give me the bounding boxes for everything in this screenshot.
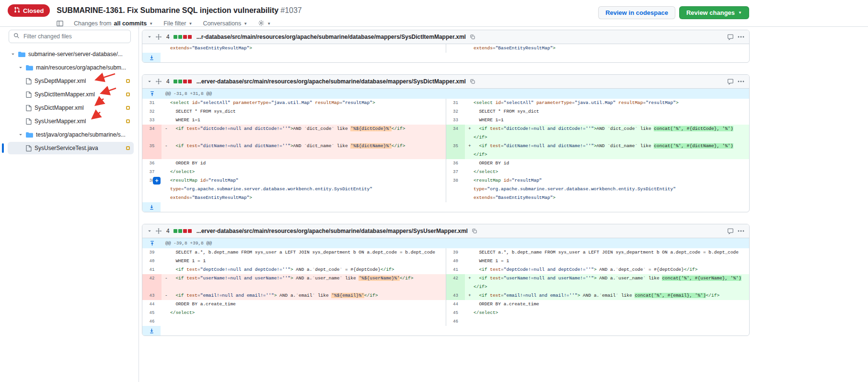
line-number[interactable]: 36 xyxy=(446,159,465,168)
code-line[interactable]: <if test="deptCode!=null and deptCode!='… xyxy=(465,266,749,274)
file-tree-toggle-icon[interactable] xyxy=(57,20,63,27)
expand-hunk-icon[interactable] xyxy=(142,89,162,99)
line-number[interactable]: 44 xyxy=(142,300,162,309)
line-number[interactable]: 38 xyxy=(446,176,465,185)
line-number[interactable]: 40 xyxy=(142,257,162,266)
code-line[interactable] xyxy=(465,317,749,326)
code-line[interactable]: <if test="deptCode!=null and deptCode!='… xyxy=(162,266,446,274)
drag-handle-icon[interactable] xyxy=(156,79,162,84)
tree-file-sysdictmapper-xml[interactable]: SysDictMapper.xml xyxy=(8,102,134,114)
line-number[interactable] xyxy=(446,44,465,53)
diff-settings-menu[interactable]: ▼ xyxy=(258,20,271,28)
expand-diff-button[interactable] xyxy=(142,202,161,212)
line-number[interactable]: 33 xyxy=(446,116,465,125)
expand-hunk-icon[interactable] xyxy=(142,238,162,248)
line-number[interactable]: 45 xyxy=(446,309,465,317)
line-number[interactable]: 37 xyxy=(446,168,465,176)
file-filter-menu[interactable]: File filter▼ xyxy=(163,20,192,27)
tree-folder-submarine-server-server-database-[interactable]: submarine-server/server-database/... xyxy=(8,48,134,60)
line-number[interactable]: 31 xyxy=(142,99,162,107)
code-line[interactable]: + <if test="email!=null and email!=''"> … xyxy=(465,291,749,300)
line-number[interactable]: 33 xyxy=(142,116,162,125)
line-number[interactable]: 43 xyxy=(446,291,465,300)
line-number[interactable]: 46 xyxy=(142,317,162,326)
line-number[interactable]: 35 xyxy=(446,142,465,159)
code-line[interactable]: SELECT * FROM sys_dict xyxy=(162,107,446,116)
line-number[interactable]: 34 xyxy=(142,125,162,142)
review-changes-button[interactable]: Review changes▼ xyxy=(679,6,749,19)
code-line[interactable]: ORDER BY id xyxy=(162,159,446,168)
comment-icon[interactable] xyxy=(727,79,734,85)
code-line[interactable]: - <if test="dictName!=null and dictName!… xyxy=(162,142,446,159)
collapse-chevron-icon[interactable] xyxy=(147,79,152,84)
code-line[interactable]: SELECT * FROM sys_dict xyxy=(465,107,749,116)
code-line[interactable]: WHERE 1 = 1 xyxy=(465,257,749,266)
code-line[interactable]: SELECT a.*, b.dept_name FROM sys_user a … xyxy=(465,248,749,257)
code-line[interactable]: extends="BaseEntityResultMap"> xyxy=(465,44,749,53)
line-number[interactable] xyxy=(446,185,465,194)
code-line[interactable]: + <if test="userName!=null and userName!… xyxy=(465,274,749,291)
tree-file-sysuserservicetest-java[interactable]: SysUserServiceTest.java xyxy=(8,142,134,154)
copy-path-icon[interactable] xyxy=(470,79,475,84)
file-path[interactable]: ...erver-database/src/main/resources/org… xyxy=(197,78,466,85)
line-number[interactable]: 46 xyxy=(446,317,465,326)
commits-select-menu[interactable]: Changes fromall commits▼ xyxy=(74,20,153,27)
code-line[interactable]: </select> xyxy=(465,168,749,176)
line-number[interactable]: 34 xyxy=(446,125,465,142)
line-number[interactable]: 32 xyxy=(142,107,162,116)
code-line[interactable]: + <if test="dictName!=null and dictName!… xyxy=(465,142,749,159)
comment-icon[interactable] xyxy=(727,34,734,40)
expand-diff-button[interactable] xyxy=(142,53,161,62)
collapse-chevron-icon[interactable] xyxy=(147,35,152,39)
line-number[interactable] xyxy=(142,194,162,202)
code-line[interactable] xyxy=(162,317,446,326)
code-line[interactable]: + <if test="dictCode!=null and dictCode!… xyxy=(465,125,749,142)
line-number[interactable]: 41 xyxy=(142,266,162,274)
code-line[interactable]: </select> xyxy=(162,309,446,317)
kebab-menu-icon[interactable] xyxy=(738,230,744,232)
line-number[interactable] xyxy=(446,194,465,202)
tree-folder-test-java-org-apache-submarine-s-[interactable]: test/java/org/apache/submarine/s... xyxy=(8,128,134,141)
line-number[interactable]: 43 xyxy=(142,291,162,300)
drag-handle-icon[interactable] xyxy=(156,228,162,234)
code-line[interactable]: </select> xyxy=(465,309,749,317)
filter-changed-files-box[interactable] xyxy=(9,30,131,43)
tree-file-sysdictitemmapper-xml[interactable]: SysDictItemMapper.xml xyxy=(8,88,134,101)
file-path[interactable]: ...r-database/src/main/resources/org/apa… xyxy=(197,34,466,40)
code-line[interactable]: extends="BaseEntityResultMap"> xyxy=(465,194,749,202)
code-line[interactable]: </select> xyxy=(162,168,446,176)
line-number[interactable]: 42 xyxy=(446,274,465,291)
line-number[interactable] xyxy=(142,44,162,53)
line-number[interactable]: 45 xyxy=(142,309,162,317)
code-line[interactable]: type="org.apache.submarine.server.databa… xyxy=(162,185,446,194)
code-line[interactable]: <resultMap id="resultMap" xyxy=(465,176,749,185)
tree-file-sysdeptmapper-xml[interactable]: SysDeptMapper.xml xyxy=(8,75,134,87)
line-number[interactable]: 44 xyxy=(446,300,465,309)
code-line[interactable]: ORDER BY a.create_time xyxy=(162,300,446,309)
review-in-codespace-button[interactable]: Review in codespace xyxy=(598,6,675,19)
line-number[interactable]: 36 xyxy=(142,159,162,168)
expand-diff-button[interactable] xyxy=(142,326,161,336)
line-number[interactable]: 37 xyxy=(142,168,162,176)
filter-changed-files-input[interactable] xyxy=(23,33,126,40)
code-line[interactable]: type="org.apache.submarine.server.databa… xyxy=(465,185,749,194)
copy-path-icon[interactable] xyxy=(472,228,477,234)
file-path[interactable]: ...erver-database/src/main/resources/org… xyxy=(197,228,468,234)
code-line[interactable]: SELECT a.*, b.dept_name FROM sys_user a … xyxy=(162,248,446,257)
code-line[interactable]: <select id="selectAll" parameterType="ja… xyxy=(465,99,749,107)
line-number[interactable]: 42 xyxy=(142,274,162,291)
drag-handle-icon[interactable] xyxy=(156,34,162,40)
code-line[interactable]: - <if test="dictCode!=null and dictCode!… xyxy=(162,125,446,142)
code-line[interactable]: - <if test="email!=null and email!=''"> … xyxy=(162,291,446,300)
code-line[interactable]: extends="BaseEntityResultMap"> xyxy=(162,44,446,53)
code-line[interactable]: extends="BaseEntityResultMap"> xyxy=(162,194,446,202)
conversations-menu[interactable]: Conversations▼ xyxy=(203,20,247,27)
line-number[interactable]: 35 xyxy=(142,142,162,159)
code-line[interactable]: ORDER BY id xyxy=(465,159,749,168)
tree-file-sysusermapper-xml[interactable]: SysUserMapper.xml xyxy=(8,115,134,127)
line-number[interactable]: 41 xyxy=(446,266,465,274)
code-line[interactable]: - <if test="userName!=null and userName!… xyxy=(162,274,446,291)
line-number[interactable]: 40 xyxy=(446,257,465,266)
line-number[interactable] xyxy=(142,185,162,194)
code-line[interactable]: ORDER BY a.create_time xyxy=(465,300,749,309)
